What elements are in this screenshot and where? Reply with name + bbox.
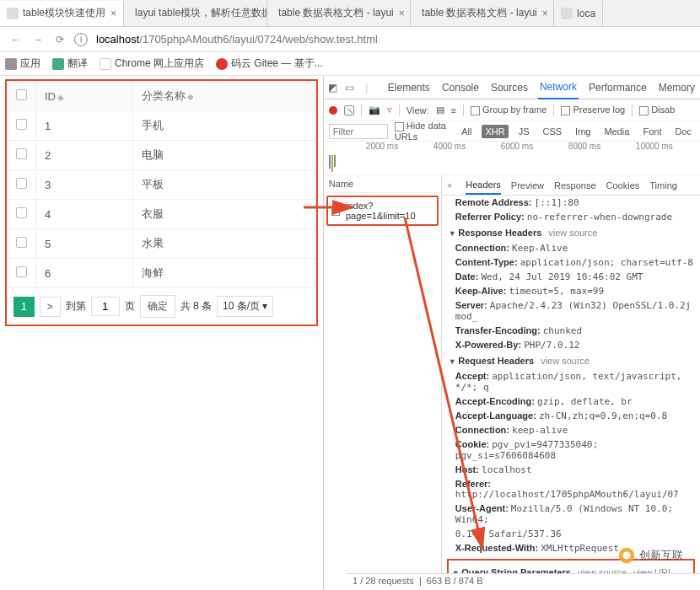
close-detail-icon[interactable]: ×: [447, 180, 452, 190]
request-row[interactable]: index?page=1&limit=10: [326, 196, 439, 226]
header-row: User-Agent: Mozilla/5.0 (Windows NT 10.0…: [442, 502, 700, 527]
filter-xhr[interactable]: XHR: [482, 125, 508, 138]
browser-tab[interactable]: table模块快速使用 ×: [0, 1, 124, 26]
filter-all[interactable]: All: [458, 125, 475, 138]
header-row: Accept: application/json, text/javascrip…: [442, 369, 700, 394]
goto-input[interactable]: [91, 297, 120, 316]
filter-js[interactable]: JS: [515, 125, 533, 138]
response-headers-section[interactable]: Response Headersview source: [442, 224, 700, 241]
network-toolbar: 📷 ▿ View: ▤ ≡ Group by frame Preserve lo…: [324, 99, 700, 121]
page-number[interactable]: 1: [13, 297, 35, 317]
row-checkbox[interactable]: [16, 119, 27, 130]
tab-headers[interactable]: Headers: [466, 176, 501, 195]
filter-css[interactable]: CSS: [539, 125, 565, 138]
tab-response[interactable]: Response: [554, 177, 596, 194]
bookmark-item[interactable]: 翻译: [52, 56, 88, 71]
row-checkbox[interactable]: [16, 178, 27, 189]
tab-memory[interactable]: Memory: [657, 77, 697, 99]
table-row[interactable]: 3平板: [8, 170, 316, 200]
address-bar: ← → ⟳ i localhost/1705phpAMouth6/layui/0…: [0, 27, 700, 52]
site-info-icon[interactable]: i: [74, 33, 88, 46]
record-icon[interactable]: [329, 106, 337, 115]
hide-data-urls[interactable]: Hide data URLs: [395, 121, 451, 142]
filter-font[interactable]: Font: [639, 125, 665, 138]
row-checkbox[interactable]: [16, 148, 27, 159]
goto-confirm[interactable]: 确定: [140, 295, 175, 318]
header-row: Keep-Alive: timeout=5, max=99: [442, 284, 700, 298]
capture-screenshot-icon[interactable]: 📷: [369, 105, 380, 115]
device-toggle-icon[interactable]: ▭: [344, 82, 356, 94]
checkbox-all[interactable]: [16, 89, 27, 100]
name-header[interactable]: Name: [324, 175, 441, 193]
tab-performance[interactable]: Performance: [587, 77, 649, 99]
browser-tab[interactable]: loca: [554, 1, 603, 26]
table-row[interactable]: 1手机: [8, 111, 316, 141]
filter-img[interactable]: Img: [572, 125, 594, 138]
favicon-icon: [7, 8, 19, 19]
tab-network[interactable]: Network: [538, 76, 579, 99]
row-checkbox[interactable]: [16, 266, 27, 277]
tab-title: table 数据表格文档 - layui: [422, 6, 537, 20]
apps-shortcut[interactable]: 应用: [5, 56, 40, 71]
browser-tab[interactable]: table 数据表格文档 - layui ×: [267, 1, 411, 26]
group-by-frame[interactable]: Group by frame: [471, 105, 547, 115]
close-icon[interactable]: ×: [399, 8, 405, 19]
page-label: 页: [125, 299, 135, 314]
col-name[interactable]: 分类名称◆: [132, 82, 315, 111]
data-table: ID◆ 分类名称◆ 1手机2电脑3平板4衣服5水果6海鲜: [7, 81, 316, 288]
table-row[interactable]: 2电脑: [8, 141, 316, 170]
row-checkbox[interactable]: [16, 207, 27, 218]
clear-icon[interactable]: [344, 105, 354, 115]
limit-select[interactable]: 10 条/页 ▾: [217, 296, 273, 317]
header-row: Host: localhost: [442, 463, 700, 477]
close-icon[interactable]: ×: [110, 8, 116, 19]
table-row[interactable]: 5水果: [8, 229, 316, 259]
sort-icon[interactable]: ◆: [57, 93, 64, 102]
page-content: ID◆ 分类名称◆ 1手机2电脑3平板4衣服5水果6海鲜 1 > 到第 页 确定…: [0, 76, 323, 590]
pager: 1 > 到第 页 确定 共 8 条 10 条/页 ▾: [7, 288, 316, 324]
view-large-icon[interactable]: ▤: [436, 105, 444, 115]
col-id[interactable]: ID◆: [36, 82, 133, 111]
total-label: 共 8 条: [180, 299, 212, 314]
bookmark-item[interactable]: Chrome 网上应用店: [100, 56, 204, 71]
tab-cookies[interactable]: Cookies: [606, 177, 640, 194]
reload-icon[interactable]: ⟳: [52, 32, 67, 47]
back-icon[interactable]: ←: [8, 32, 24, 47]
watermark: 创新互联: [617, 546, 683, 565]
file-icon: [331, 206, 340, 216]
url-text[interactable]: localhost/1705phpAMouth6/layui/0724/web/…: [96, 33, 378, 46]
close-icon[interactable]: ×: [542, 8, 548, 19]
view-small-icon[interactable]: ≡: [451, 105, 456, 115]
network-timeline[interactable]: 2000 ms 4000 ms 6000 ms 8000 ms 10000 ms: [324, 142, 700, 175]
network-status-bar: 1 / 28 requests | 663 B / 874 B: [346, 573, 700, 590]
tab-console[interactable]: Console: [440, 77, 481, 99]
inspect-icon[interactable]: ◩: [327, 82, 339, 94]
filter-doc[interactable]: Doc: [671, 125, 695, 138]
sort-icon[interactable]: ◆: [187, 92, 194, 101]
browser-tab[interactable]: table 数据表格文档 - layui ×: [411, 1, 554, 26]
filter-input[interactable]: [329, 124, 388, 139]
header-row: Accept-Encoding: gzip, deflate, br: [442, 394, 700, 409]
preserve-log[interactable]: Preserve log: [561, 105, 625, 115]
header-row: Date: Wed, 24 Jul 2019 10:46:02 GMT: [442, 270, 700, 284]
filter-icon[interactable]: ▿: [387, 105, 392, 115]
tab-sources[interactable]: Sources: [489, 77, 530, 99]
row-checkbox[interactable]: [16, 237, 27, 248]
page-next[interactable]: >: [40, 297, 61, 317]
browser-tab[interactable]: layui table模块，解析任意数据 ×: [124, 1, 267, 26]
bookmarks-bar: 应用 翻译 Chrome 网上应用店 码云 Gitee — 基于...: [0, 52, 700, 76]
apps-icon: [5, 58, 17, 70]
bookmark-item[interactable]: 码云 Gitee — 基于...: [216, 56, 323, 71]
header-row: Content-Type: application/json; charset=…: [442, 255, 700, 270]
favicon-icon: [561, 8, 573, 19]
filter-media[interactable]: Media: [600, 125, 633, 138]
table-row[interactable]: 6海鲜: [8, 259, 316, 288]
tab-preview[interactable]: Preview: [511, 177, 544, 194]
header-row: Connection: Keep-Alive: [442, 241, 700, 255]
table-row[interactable]: 4衣服: [8, 200, 316, 229]
request-headers-section[interactable]: Request Headersview source: [442, 352, 700, 369]
disable-cache[interactable]: Disab: [639, 105, 675, 115]
tab-timing[interactable]: Timing: [649, 177, 677, 194]
forward-icon[interactable]: →: [30, 32, 46, 47]
tab-elements[interactable]: Elements: [386, 77, 432, 99]
